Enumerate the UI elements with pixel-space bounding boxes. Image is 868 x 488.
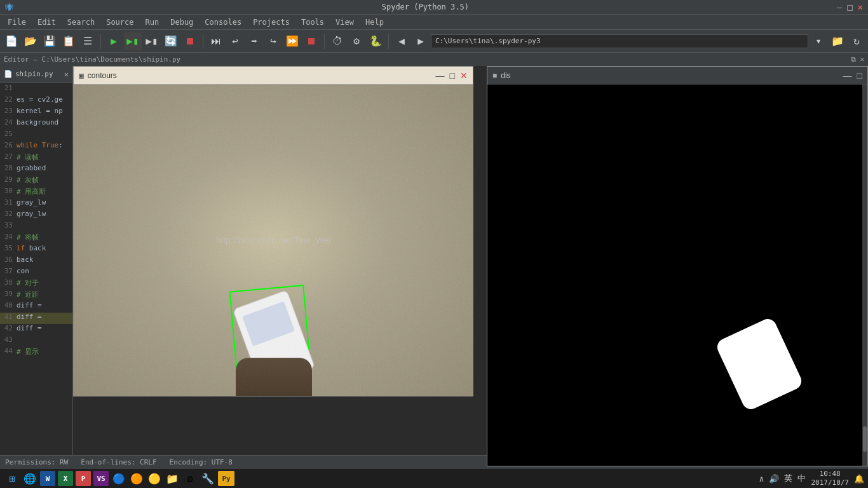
code-line-32: 32 gray_lw: [0, 210, 72, 221]
detected-object: [229, 286, 319, 391]
open-file-button[interactable]: 📂: [22, 32, 39, 50]
back-button[interactable]: ◀: [393, 32, 410, 50]
tray-sound[interactable]: 🔊: [769, 474, 779, 484]
code-line-40: 40 diff =: [0, 301, 72, 313]
tray-chevron[interactable]: ∧: [759, 474, 764, 484]
save-button[interactable]: 💾: [41, 32, 58, 50]
camera-view: http://blog.csdn.net/Tina_Wei: [74, 85, 473, 396]
profile-button[interactable]: ⏱: [329, 32, 346, 50]
dis-maximize-button[interactable]: □: [857, 71, 862, 81]
code-line-21: 21: [0, 84, 72, 95]
taskbar-app2[interactable]: 🟠: [129, 471, 144, 486]
taskbar-files[interactable]: 📁: [165, 471, 180, 486]
save-all-button[interactable]: 📋: [60, 32, 78, 50]
debug-next-button[interactable]: ➡: [245, 32, 263, 50]
debug-run-button[interactable]: ⏭: [207, 32, 225, 50]
close-button[interactable]: ✕: [858, 2, 863, 12]
taskbar-spyder[interactable]: Py: [218, 471, 234, 486]
debug-step-button[interactable]: ↩: [226, 32, 244, 50]
menu-source[interactable]: Source: [101, 17, 139, 28]
menu-tools[interactable]: Tools: [296, 17, 329, 28]
taskbar-ppt[interactable]: P: [76, 471, 91, 486]
path-dropdown-button[interactable]: ▾: [810, 32, 827, 50]
menu-edit[interactable]: Edit: [32, 17, 61, 28]
path-bar[interactable]: C:\Users\tina\.spyder-py3: [431, 34, 808, 48]
run-file-button[interactable]: ▶▮: [124, 32, 142, 50]
menu-projects[interactable]: Projects: [248, 17, 295, 28]
menu-view[interactable]: View: [330, 17, 359, 28]
debug-cont-button[interactable]: ⏩: [283, 32, 301, 50]
tray-lang2[interactable]: 中: [797, 473, 806, 484]
dis-title-area: ■ dis: [492, 71, 511, 80]
taskbar-browser[interactable]: 🌐: [22, 471, 37, 486]
taskbar-word[interactable]: W: [40, 471, 55, 486]
path-browse-button[interactable]: 📁: [829, 32, 846, 50]
code-line-30: 30 # 用高斯: [0, 187, 72, 198]
svg-rect-1: [233, 290, 315, 388]
code-line-44: 44 # 显示: [0, 347, 72, 358]
tray-lang1[interactable]: 英: [784, 473, 792, 484]
app-icon: 🕷: [5, 2, 14, 12]
path-text: C:\Users\tina\.spyder-py3: [435, 37, 541, 45]
taskbar-excel[interactable]: X: [58, 471, 73, 486]
toolbar-separator-1: [100, 34, 101, 49]
svg-rect-3: [276, 365, 295, 377]
dis-content: [487, 85, 867, 466]
menu-debug[interactable]: Debug: [165, 17, 198, 28]
code-line-37: 37 con: [0, 267, 72, 278]
title-bar: 🕷 Spyder (Python 3.5) — □ ✕: [0, 0, 868, 14]
run-cell-button[interactable]: ▶▮: [143, 32, 161, 50]
dis-minimize-button[interactable]: —: [843, 71, 852, 81]
contours-close-button[interactable]: ✕: [460, 71, 468, 81]
menu-run[interactable]: Run: [140, 17, 165, 28]
taskbar-vs[interactable]: VS: [93, 471, 109, 486]
editor-panel: 📄 shipin.py ✕ 21 22 es = cv2.ge 23 kerne…: [0, 66, 73, 455]
new-file-button[interactable]: 📄: [3, 32, 20, 50]
forward-button[interactable]: ▶: [412, 32, 430, 50]
maximize-button[interactable]: □: [847, 2, 852, 12]
run-button[interactable]: ▶: [105, 32, 123, 50]
minimize-button[interactable]: —: [837, 2, 842, 12]
contours-titlebar: ▣ contours — □ ✕: [74, 67, 473, 85]
contours-minimize-button[interactable]: —: [436, 71, 445, 81]
debug-return-button[interactable]: ↪: [264, 32, 282, 50]
tab-close-button[interactable]: ✕: [64, 70, 69, 79]
debug-stop-button[interactable]: ⏹: [302, 32, 320, 50]
taskbar-app1[interactable]: 🔵: [111, 471, 126, 486]
dis-scrollbar[interactable]: [862, 85, 867, 466]
outline-button[interactable]: ☰: [79, 32, 97, 50]
dis-window[interactable]: ■ dis — □: [487, 66, 868, 466]
detected-white-shape: [714, 316, 804, 412]
start-button[interactable]: ⊞: [4, 470, 20, 487]
menu-search[interactable]: Search: [62, 17, 100, 28]
svg-rect-0: [74, 85, 473, 396]
contours-content: http://blog.csdn.net/Tina_Wei: [74, 85, 473, 396]
code-line-39: 39 # 近距: [0, 290, 72, 301]
toolbar: 📄 📂 💾 📋 ☰ ▶ ▶▮ ▶▮ 🔄 ⏹ ⏭ ↩ ➡ ↪ ⏩ ⏹ ⏱ ⚙ 🐍 …: [0, 29, 868, 52]
settings-button[interactable]: ⚙: [348, 32, 365, 50]
editor-tab[interactable]: 📄 shipin.py ✕: [0, 66, 72, 83]
editor-close-button[interactable]: ✕: [860, 55, 864, 64]
editor-float-button[interactable]: ⧉: [851, 55, 856, 64]
menu-help[interactable]: Help: [360, 17, 389, 28]
stop-button[interactable]: ⏹: [181, 32, 199, 50]
clock-time: 10:48: [811, 470, 849, 478]
tray-notification[interactable]: 🔔: [854, 474, 864, 484]
path-refresh-button[interactable]: ↻: [848, 32, 865, 50]
taskbar-settings[interactable]: ⚙: [182, 471, 198, 486]
menu-consoles[interactable]: Consoles: [200, 17, 247, 28]
scrollbar-thumb[interactable]: [863, 426, 867, 452]
menu-bar: File Edit Search Source Run Debug Consol…: [0, 14, 868, 29]
code-line-27: 27 # 读帧: [0, 152, 72, 164]
clock: 10:48 2017/10/7: [811, 470, 849, 488]
menu-file[interactable]: File: [3, 17, 31, 28]
contours-maximize-button[interactable]: □: [450, 71, 455, 81]
code-line-36: 36 back: [0, 255, 72, 267]
taskbar-app3[interactable]: 🟡: [147, 471, 162, 486]
contours-window[interactable]: ▣ contours — □ ✕: [73, 66, 473, 396]
restart-button[interactable]: 🔄: [162, 32, 180, 50]
code-line-23: 23 kernel = np: [0, 107, 72, 118]
status-encoding: Encoding: UTF-8: [170, 458, 233, 466]
conda-button[interactable]: 🐍: [367, 32, 384, 50]
taskbar-app4[interactable]: 🔧: [200, 471, 215, 486]
